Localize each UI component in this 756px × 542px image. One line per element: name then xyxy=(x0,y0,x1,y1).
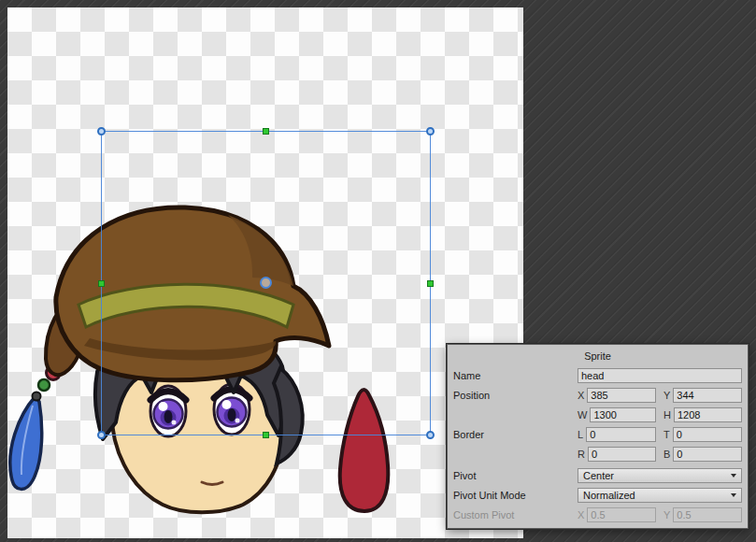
position-h-prefix: H xyxy=(663,409,671,421)
position-w-input[interactable] xyxy=(590,407,656,422)
name-input[interactable] xyxy=(578,368,742,383)
position-x-input[interactable] xyxy=(587,388,656,403)
pivot-row: Pivot Center xyxy=(453,468,742,483)
chevron-down-icon xyxy=(731,474,736,478)
border-b-prefix: B xyxy=(663,449,670,460)
selection-handle-bottom-right[interactable] xyxy=(426,431,435,439)
name-label: Name xyxy=(453,370,578,381)
pivot-unit-mode-dropdown-value: Normalized xyxy=(583,490,727,501)
custom-pivot-x-input xyxy=(587,507,656,522)
selection-handle-bottom-middle[interactable] xyxy=(263,432,269,438)
border-l-prefix: L xyxy=(578,429,583,440)
position-w-prefix: W xyxy=(578,409,587,421)
position-h-input[interactable] xyxy=(674,407,742,422)
sprite-pivot-handle[interactable] xyxy=(260,277,272,289)
bead-dark xyxy=(33,392,41,401)
pivot-unit-mode-dropdown[interactable]: Normalized xyxy=(578,488,742,503)
selection-handle-right-middle[interactable] xyxy=(427,280,434,287)
border-t-prefix: T xyxy=(663,429,670,440)
position-y-prefix: Y xyxy=(663,390,670,401)
custom-pivot-label: Custom Pivot xyxy=(453,509,578,521)
position-label: Position xyxy=(453,390,578,401)
custom-pivot-y-input xyxy=(673,507,742,522)
pivot-dropdown-value: Center xyxy=(583,470,727,481)
sprite-selection-rect[interactable] xyxy=(101,131,431,435)
position-row-wh: W H xyxy=(453,407,742,422)
border-b-input[interactable] xyxy=(673,447,742,462)
custom-pivot-x-prefix: X xyxy=(578,509,584,521)
pivot-unit-mode-row: Pivot Unit Mode Normalized xyxy=(453,488,742,503)
position-row-xy: Position X Y xyxy=(453,388,742,403)
border-row-rb: R B xyxy=(453,447,742,462)
pivot-label: Pivot xyxy=(453,470,578,481)
selection-handle-left-middle[interactable] xyxy=(98,280,105,287)
chevron-down-icon xyxy=(731,493,736,497)
border-t-input[interactable] xyxy=(673,427,742,442)
name-row: Name xyxy=(453,368,742,383)
border-l-input[interactable] xyxy=(586,427,656,442)
selection-handle-bottom-left[interactable] xyxy=(97,431,106,439)
bead-green xyxy=(38,379,50,391)
selection-handle-top-left[interactable] xyxy=(97,127,106,136)
sprite-editor-window: Sprite Name Position X Y xyxy=(0,0,756,542)
selection-handle-top-middle[interactable] xyxy=(263,128,269,135)
border-row-lt: Border L T xyxy=(453,427,742,442)
custom-pivot-row: Custom Pivot X Y xyxy=(453,507,742,522)
sprite-inspector-panel: Sprite Name Position X Y xyxy=(447,344,749,529)
position-y-input[interactable] xyxy=(673,388,742,403)
panel-title: Sprite xyxy=(448,348,748,364)
position-x-prefix: X xyxy=(578,390,584,401)
feather-charm xyxy=(10,396,42,489)
custom-pivot-y-prefix: Y xyxy=(663,509,670,521)
border-r-prefix: R xyxy=(578,449,585,460)
pivot-dropdown[interactable]: Center xyxy=(578,468,742,483)
border-label: Border xyxy=(453,429,578,440)
border-r-input[interactable] xyxy=(588,447,656,462)
pivot-unit-mode-label: Pivot Unit Mode xyxy=(453,490,578,501)
selection-handle-top-right[interactable] xyxy=(426,127,435,136)
